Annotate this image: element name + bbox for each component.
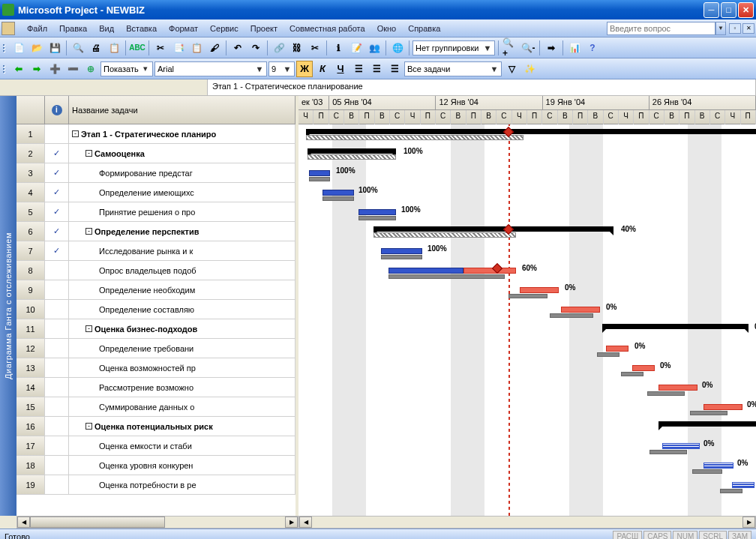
menu-edit[interactable]: Правка xyxy=(53,22,93,35)
menu-view[interactable]: Вид xyxy=(93,22,120,35)
gantt-bar[interactable] xyxy=(720,489,742,493)
row-number[interactable]: 18 xyxy=(16,456,45,475)
task-name-column-header[interactable]: Название задачи xyxy=(69,96,296,124)
gantt-chart[interactable]: ек '0305 Янв '0412 Янв '0419 Янв '0426 Я… xyxy=(298,96,756,516)
table-row[interactable]: 14Рассмотрение возможно xyxy=(16,378,296,397)
wizard-button[interactable]: ✨ xyxy=(521,61,538,77)
gantt-bar[interactable] xyxy=(732,482,754,488)
collapse-icon[interactable]: - xyxy=(86,228,92,235)
bold-button[interactable]: Ж xyxy=(296,61,313,77)
row-number[interactable]: 13 xyxy=(16,358,45,377)
task-name-cell[interactable]: Оценка уровня конкурен xyxy=(69,456,296,475)
spellcheck-button[interactable]: ABC xyxy=(129,40,146,56)
gantt-bar[interactable] xyxy=(632,365,655,371)
gantt-bar[interactable] xyxy=(322,196,354,201)
close-button[interactable]: ✕ xyxy=(738,2,754,18)
close-child-button[interactable]: ✕ xyxy=(742,23,754,34)
gantt-bar[interactable] xyxy=(308,154,396,160)
help-search-input[interactable] xyxy=(607,22,716,35)
gantt-bar[interactable] xyxy=(374,232,516,238)
gantt-bar[interactable] xyxy=(464,268,516,274)
row-number[interactable]: 4 xyxy=(16,183,45,202)
task-name-cell[interactable]: -Оценка потенциальных риск xyxy=(69,417,296,436)
gantt-bar[interactable] xyxy=(692,469,722,474)
gantt-bar[interactable] xyxy=(520,287,559,293)
task-name-cell[interactable]: -Этап 1 - Стратегическое планиро xyxy=(69,124,296,143)
task-name-cell[interactable]: -Определение перспектив xyxy=(69,222,296,241)
collapse-icon[interactable]: - xyxy=(86,423,92,430)
task-name-cell[interactable]: Формирование предстаг xyxy=(69,163,296,182)
row-number[interactable]: 7 xyxy=(16,241,45,260)
task-name-cell[interactable]: Рассмотрение возможно xyxy=(69,378,296,397)
italic-button[interactable]: К xyxy=(314,61,331,77)
row-number[interactable]: 11 xyxy=(16,319,45,338)
gantt-bar[interactable] xyxy=(704,404,742,410)
row-number[interactable]: 19 xyxy=(16,475,45,494)
menu-tools[interactable]: Сервис xyxy=(204,22,244,35)
table-row[interactable]: 12Определение требовани xyxy=(16,339,296,358)
cut-button[interactable]: ✂ xyxy=(152,40,169,56)
row-number[interactable]: 6 xyxy=(16,222,45,241)
show-combo[interactable]: Показать▾ xyxy=(100,61,153,76)
prev-button[interactable]: ⬅ xyxy=(10,61,27,77)
task-name-cell[interactable]: Определение составляю xyxy=(69,300,296,319)
row-number[interactable]: 15 xyxy=(16,397,45,416)
table-row[interactable]: 13Оценка возможностей пр xyxy=(16,358,296,378)
task-name-cell[interactable]: Оценка возможностей пр xyxy=(69,358,296,377)
print-button[interactable]: 🖨 xyxy=(88,40,104,56)
gantt-bar[interactable] xyxy=(309,170,330,176)
scroll-right-button[interactable]: ▶ xyxy=(742,517,755,528)
align-right-button[interactable]: ☰ xyxy=(386,61,403,77)
row-number[interactable]: 17 xyxy=(16,436,45,455)
collapse-icon[interactable]: - xyxy=(86,325,92,332)
assign-button[interactable]: 👥 xyxy=(366,40,382,56)
task-name-cell[interactable]: Исследование рынка и к xyxy=(69,241,296,260)
publish-button[interactable]: 🌐 xyxy=(389,40,406,56)
menu-insert[interactable]: Вставка xyxy=(120,22,163,35)
entry-field[interactable]: Этап 1 - Стратегическое планирование xyxy=(207,79,756,95)
zoom-out-button[interactable]: 🔍- xyxy=(520,40,536,56)
gantt-bar[interactable] xyxy=(306,129,756,134)
autofilter-button[interactable]: ▽ xyxy=(503,61,520,77)
row-number[interactable]: 1 xyxy=(16,124,45,143)
outdent-button[interactable]: ➕ xyxy=(46,61,63,77)
gantt-bar[interactable] xyxy=(704,463,734,469)
gantt-bar[interactable] xyxy=(322,190,354,196)
gantt-bar[interactable] xyxy=(374,226,614,232)
info-column-header[interactable]: i xyxy=(45,96,69,124)
font-combo[interactable]: Arial▼ xyxy=(154,61,267,76)
restore-child-button[interactable]: ▫ xyxy=(729,23,741,34)
table-row[interactable]: 16-Оценка потенциальных риск xyxy=(16,417,296,436)
gantt-bar[interactable] xyxy=(381,248,422,254)
row-header[interactable] xyxy=(16,96,45,124)
task-name-cell[interactable]: -Самооценка xyxy=(69,144,296,163)
gantt-bar[interactable] xyxy=(658,421,756,427)
table-row[interactable]: 15Суммирование данных о xyxy=(16,397,296,417)
gantt-bar[interactable] xyxy=(358,216,396,220)
table-row[interactable]: 8Опрос владельцев подоб xyxy=(16,261,296,280)
gantt-bar[interactable] xyxy=(508,294,548,298)
table-row[interactable]: 18Оценка уровня конкурен xyxy=(16,456,296,475)
font-size-combo[interactable]: 9▼ xyxy=(268,61,295,76)
task-name-cell[interactable]: Суммирование данных о xyxy=(69,397,296,416)
table-hscroll[interactable]: ◀ ▶ xyxy=(16,516,298,529)
table-row[interactable]: 10Определение составляю xyxy=(16,300,296,319)
scroll-right-button[interactable]: ▶ xyxy=(285,517,298,528)
table-row[interactable]: 1-Этап 1 - Стратегическое планиро xyxy=(16,124,296,144)
gantt-bar[interactable] xyxy=(602,324,748,329)
new-button[interactable]: 📄 xyxy=(10,40,27,56)
gantt-bar[interactable] xyxy=(690,411,728,415)
undo-button[interactable]: ↶ xyxy=(230,40,246,56)
copy-button[interactable]: 📑 xyxy=(170,40,187,56)
scroll-left-button[interactable]: ◀ xyxy=(299,517,312,528)
align-left-button[interactable]: ☰ xyxy=(350,61,367,77)
minimize-button[interactable]: ─ xyxy=(704,2,719,18)
gantt-bar[interactable] xyxy=(621,372,644,376)
menu-project[interactable]: Проект xyxy=(244,22,284,35)
underline-button[interactable]: Ч xyxy=(332,61,349,77)
collapse-icon[interactable]: - xyxy=(86,150,92,157)
row-number[interactable]: 3 xyxy=(16,163,45,182)
menu-help[interactable]: Справка xyxy=(402,22,446,35)
table-row[interactable]: 4✓Определение имеющихс xyxy=(16,183,296,202)
goto-button[interactable]: ➡ xyxy=(543,40,560,56)
